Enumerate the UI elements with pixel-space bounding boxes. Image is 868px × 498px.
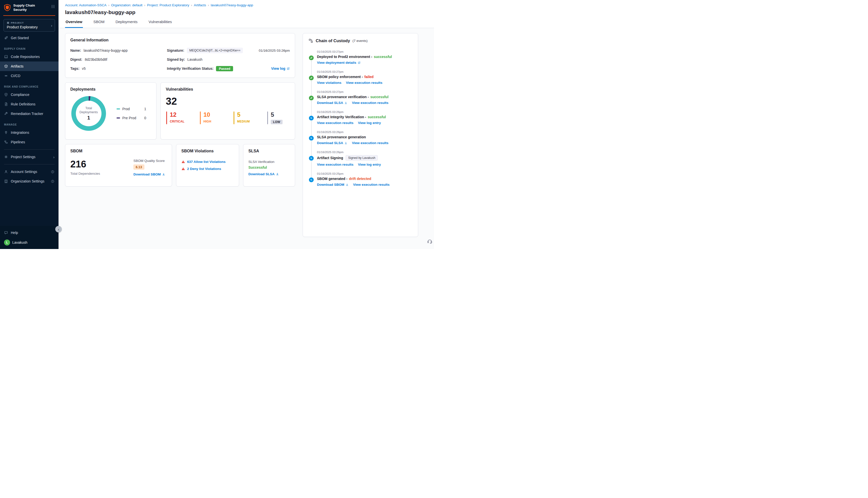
sidebar-item-help[interactable]: Help — [0, 228, 59, 237]
severity-bar — [166, 112, 167, 124]
sidebar-item-label: Organization Settings — [11, 179, 44, 183]
sbom-quality-score-value: 6.13 — [133, 165, 144, 170]
event-timestamp: 01/16/2025 03:26pm — [317, 131, 412, 133]
chain-of-custody-icon — [308, 38, 313, 43]
event-status-text: successful — [374, 55, 392, 59]
event-links: Download SLSA View execution results — [317, 101, 412, 105]
tab-vulnerabilities[interactable]: Vulnerabilities — [148, 18, 172, 28]
breadcrumb-separator — [208, 3, 209, 7]
sidebar-item-rule-definitions[interactable]: Rule Definitions — [0, 100, 59, 109]
view-execution-results-link[interactable]: View execution results — [317, 163, 353, 167]
user-menu[interactable]: L Lavakush — [0, 237, 59, 247]
sidebar-footer: Help L Lavakush — [0, 226, 59, 249]
sidebar-item-get-started[interactable]: Get Started — [0, 33, 59, 43]
sidebar-item-code-repositories[interactable]: Code Repositories — [0, 52, 59, 62]
legend-count: 0 — [144, 116, 146, 120]
severity-high: 10 HIGH — [200, 112, 219, 124]
view-log-link[interactable]: View log — [271, 66, 290, 70]
sbom-quality-score-label: SBOM Quality Score — [133, 159, 165, 163]
breadcrumb-project[interactable]: Project: Product Exploratory — [147, 3, 189, 7]
event-links: View execution results View log entry — [317, 163, 412, 167]
legend-swatch — [117, 117, 120, 118]
card-title: SBOM — [70, 149, 167, 153]
severity-label: CRITICAL — [170, 120, 184, 123]
chain-of-custody-count: (7 events) — [353, 39, 368, 43]
event-title: SBOM generated - drift detected — [317, 177, 412, 181]
sidebar-item-organization-settings[interactable]: Organization Settings — [0, 176, 59, 186]
breadcrumb-separator — [191, 3, 192, 7]
tags-row: Tags: v5 — [70, 64, 167, 73]
info-icon — [51, 180, 54, 183]
sidebar-item-remediation-tracker[interactable]: Remediation Tracker — [0, 109, 59, 118]
tab-deployments[interactable]: Deployments — [115, 18, 138, 28]
sidebar-item-artifacts[interactable]: Artifacts — [0, 62, 59, 71]
gear-icon — [4, 155, 8, 159]
severity-label: LOW — [271, 120, 283, 124]
signature-timestamp: 01/16/2025 03:26pm — [259, 49, 290, 52]
breadcrumb-current[interactable]: lavakush07/easy-buggy-app — [211, 3, 253, 7]
download-slsa-link[interactable]: Download SLSA — [317, 101, 347, 105]
breadcrumb-organization[interactable]: Organization: default — [111, 3, 142, 7]
sidebar-section-risk-compliance: RISK AND COMPLIANCE — [0, 81, 59, 90]
custody-event-slsa-generation: 01/16/2025 03:26pm SLSA provenance gener… — [309, 131, 412, 150]
app-title: Supply Chain Security — [13, 3, 40, 12]
sidebar-item-integrations[interactable]: Integrations — [0, 128, 59, 137]
deny-list-violations-row: 2 Deny list Violations — [181, 167, 234, 171]
external-link-icon — [287, 67, 290, 70]
sidebar-collapse-button[interactable] — [55, 226, 62, 233]
view-log-entry-link[interactable]: View log entry — [358, 163, 381, 167]
sidebar-item-account-settings[interactable]: Account Settings — [0, 167, 59, 176]
sidebar-item-label: Account Settings — [11, 170, 37, 174]
event-links: Download SLSA View execution results — [317, 141, 412, 145]
custody-event-sbom-generated: 01/16/2025 03:25pm SBOM generated - drif… — [309, 172, 412, 192]
view-execution-results-link[interactable]: View execution results — [353, 183, 390, 186]
card-title: General Information — [70, 38, 290, 42]
sidebar-item-pipelines[interactable]: Pipelines — [0, 137, 59, 147]
verification-icon — [309, 116, 314, 120]
accent-divider — [3, 15, 55, 16]
sidebar-item-project-settings[interactable]: Project Settings — [0, 152, 59, 162]
content: General Information Name: lavakush07/eas… — [59, 28, 434, 249]
view-execution-results-link[interactable]: View execution results — [317, 121, 353, 125]
general-information-card: General Information Name: lavakush07/eas… — [65, 33, 295, 78]
tab-sbom[interactable]: SBOM — [93, 18, 105, 28]
tab-bar: Overview SBOM Deployments Vulnerabilitie… — [65, 18, 427, 28]
severity-count: 10 — [204, 112, 211, 118]
deny-list-violations-link[interactable]: 2 Deny list Violations — [187, 167, 221, 171]
legend-prod: Prod 1 — [117, 107, 146, 111]
breadcrumb-account[interactable]: Account: Automation-SSCA — [65, 3, 106, 7]
download-sbom-link[interactable]: Download SBOM — [317, 183, 349, 186]
deployments-donut: Total Deployments 1 — [71, 96, 106, 131]
support-headset-icon[interactable] — [427, 238, 432, 245]
project-selector[interactable]: PROJECT Product Exploratory — [3, 19, 55, 31]
sidebar-item-cicd[interactable]: CI/CD — [0, 71, 59, 81]
download-slsa-link[interactable]: Download SLSA — [317, 141, 347, 145]
donut-center: Total Deployments 1 — [76, 101, 102, 126]
download-sbom-link[interactable]: Download SBOM — [133, 172, 165, 176]
overview-right-column: Chain of Custody (7 events) 01/16/2025 0… — [303, 33, 418, 249]
download-icon — [344, 142, 347, 145]
project-icon — [7, 22, 9, 24]
view-execution-results-link[interactable]: View execution results — [352, 101, 388, 105]
sidebar-item-compliance[interactable]: Compliance — [0, 90, 59, 100]
view-execution-results-link[interactable]: View execution results — [352, 141, 388, 145]
download-slsa-link[interactable]: Download SLSA — [248, 172, 279, 176]
event-title: SBOM policy enforcement - failed — [317, 75, 412, 79]
signed-by-value: Lavakush — [187, 57, 203, 62]
view-violations-link[interactable]: View violations — [317, 81, 341, 84]
pipeline-link-icon — [309, 96, 314, 101]
module-grid-icon[interactable] — [51, 4, 55, 10]
integrity-row: Integrity Verification Status: Passed Vi… — [167, 64, 290, 73]
view-deployment-details-link[interactable]: View deployment details — [317, 61, 361, 65]
page-title: lavakush07/easy-buggy-app — [65, 9, 427, 15]
view-log-entry-link[interactable]: View log entry — [358, 121, 381, 125]
vulnerabilities-card: Vulnerabilities 32 12 CRITICAL — [160, 82, 295, 140]
breadcrumb-artifacts[interactable]: Artifacts — [194, 3, 206, 7]
allow-list-violations-link[interactable]: 637 Allow list Violations — [187, 160, 225, 163]
tab-overview[interactable]: Overview — [65, 18, 83, 28]
pipelines-icon — [4, 140, 8, 144]
event-status-text: drift detected — [349, 177, 371, 181]
view-execution-results-link[interactable]: View execution results — [346, 81, 382, 84]
info-icon — [51, 170, 54, 174]
download-icon — [344, 101, 347, 104]
